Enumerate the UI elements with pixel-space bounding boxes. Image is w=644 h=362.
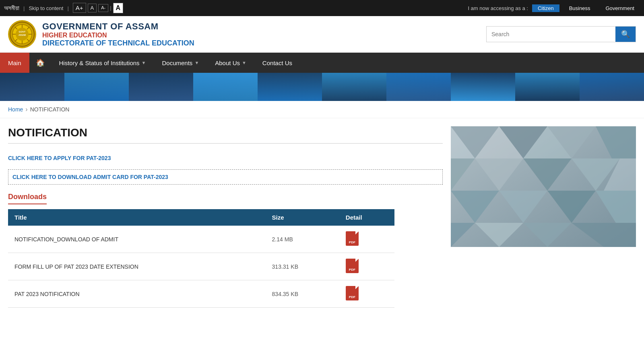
nav-contact[interactable]: Contact Us: [254, 53, 300, 73]
breadcrumb-current: NOTIFICATION: [30, 106, 70, 113]
nav-history[interactable]: History & Status of Institutions ▼: [51, 53, 154, 73]
logo-area: GOVT ASSAM GOVERNMENT OF ASSAM HIGHER ED…: [8, 20, 194, 48]
assamese-label[interactable]: অসমীয়া: [4, 4, 19, 12]
page-title: NOTIFICATION: [8, 126, 443, 139]
nav-home[interactable]: 🏠: [29, 53, 51, 73]
access-government-btn[interactable]: Government: [600, 4, 640, 12]
downloads-heading: Downloads: [8, 193, 47, 204]
left-content: NOTIFICATION CLICK HERE TO APPLY FOR PAT…: [8, 126, 443, 308]
table-row: NOTIFICATION_DOWNLOAD OF ADMIT2.14 MB: [8, 226, 394, 253]
nav-about[interactable]: About Us ▼: [207, 53, 254, 73]
admit-card-box: CLICK HERE TO DOWNLOAD ADMIT CARD FOR PA…: [8, 169, 443, 185]
admit-card-link[interactable]: CLICK HERE TO DOWNLOAD ADMIT CARD FOR PA…: [12, 174, 438, 180]
row-detail: [339, 280, 394, 308]
nav-documents[interactable]: Documents ▼: [154, 53, 207, 73]
access-business-btn[interactable]: Business: [564, 4, 596, 12]
org-text: GOVERNMENT OF ASSAM HIGHER EDUCATION DIR…: [42, 21, 194, 47]
row-detail: [339, 253, 394, 280]
org-sub: HIGHER EDUCATION: [42, 32, 194, 39]
home-icon: 🏠: [36, 58, 45, 67]
banner: [0, 73, 644, 101]
right-sidebar: [451, 126, 636, 308]
skip-link[interactable]: Skip to content: [29, 5, 63, 11]
downloads-table: Title Size Detail NOTIFICATION_DOWNLOAD …: [8, 209, 394, 308]
font-controls: A+ A A- | A: [73, 3, 123, 13]
row-size: 834.35 KB: [266, 280, 339, 308]
navbar: Main 🏠 History & Status of Institutions …: [0, 53, 644, 73]
font-larger-btn[interactable]: A: [113, 3, 124, 13]
pdf-icon[interactable]: [346, 286, 359, 300]
search-button[interactable]: 🔍: [615, 27, 636, 42]
font-normal-btn[interactable]: A: [88, 4, 97, 12]
history-dropdown-icon: ▼: [142, 60, 146, 65]
row-size: 313.31 KB: [266, 253, 339, 280]
title-divider: [8, 143, 443, 144]
pdf-icon[interactable]: [346, 259, 359, 273]
svg-text:ASSAM: ASSAM: [19, 34, 26, 36]
row-title: NOTIFICATION_DOWNLOAD OF ADMIT: [8, 226, 266, 253]
top-bar: অসমীয়া | Skip to content | A+ A A- | A …: [0, 0, 644, 16]
org-name: GOVERNMENT OF ASSAM: [42, 21, 194, 32]
font-large-btn[interactable]: A+: [73, 3, 86, 13]
col-size: Size: [266, 209, 339, 226]
svg-text:GOVT: GOVT: [19, 31, 25, 33]
col-title: Title: [8, 209, 266, 226]
breadcrumb-separator: ›: [25, 106, 27, 113]
row-title: FORM FILL UP OF PAT 2023 DATE EXTENSION: [8, 253, 266, 280]
downloads-section: Downloads Title Size Detail NOTIFICATION…: [8, 193, 443, 308]
search-input[interactable]: [487, 27, 615, 42]
about-dropdown-icon: ▼: [242, 60, 246, 65]
access-label: I am now accessing as a :: [468, 5, 528, 11]
row-size: 2.14 MB: [266, 226, 339, 253]
col-detail: Detail: [339, 209, 394, 226]
header: GOVT ASSAM GOVERNMENT OF ASSAM HIGHER ED…: [0, 16, 644, 53]
nav-main[interactable]: Main: [0, 53, 29, 73]
documents-dropdown-icon: ▼: [194, 60, 199, 65]
main-content: NOTIFICATION CLICK HERE TO APPLY FOR PAT…: [0, 118, 644, 316]
emblem: GOVT ASSAM: [8, 20, 36, 48]
breadcrumb: Home › NOTIFICATION: [0, 101, 644, 118]
table-row: PAT 2023 NOTIFICATION834.35 KB: [8, 280, 394, 308]
row-title: PAT 2023 NOTIFICATION: [8, 280, 266, 308]
access-citizen-btn[interactable]: Citizen: [532, 4, 559, 12]
table-row: FORM FILL UP OF PAT 2023 DATE EXTENSION3…: [8, 253, 394, 280]
font-small-btn[interactable]: A-: [98, 4, 108, 12]
org-dept: DIRECTORATE OF TECHNICAL EDUCATION: [42, 39, 194, 47]
search-box: 🔍: [486, 26, 636, 42]
apply-link[interactable]: CLICK HERE TO APPLY FOR PAT-2023: [8, 152, 443, 165]
breadcrumb-home[interactable]: Home: [8, 106, 23, 113]
sidebar-image: [451, 126, 636, 247]
pdf-icon[interactable]: [346, 231, 359, 246]
search-area: 🔍: [486, 26, 636, 42]
row-detail: [339, 226, 394, 253]
